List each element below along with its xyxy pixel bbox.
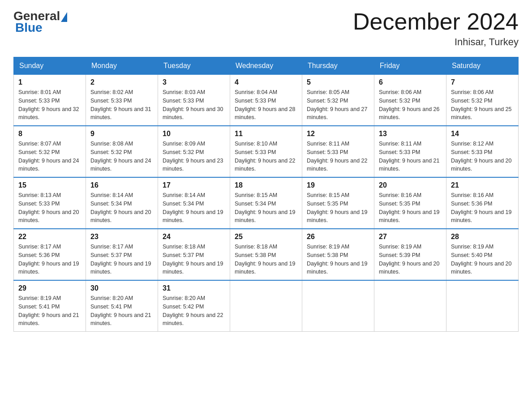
day-number-30: 30 [90,284,153,292]
day-number-20: 20 [379,181,442,189]
day-info-24: Sunrise: 8:18 AMSunset: 5:37 PMDaylight:… [163,243,225,276]
day-number-14: 14 [451,130,514,138]
day-number-29: 29 [18,284,81,292]
header-tuesday: Tuesday [158,57,230,75]
title-block: December 2024 Inhisar, Turkey [353,9,519,48]
day-cell-28: 28Sunrise: 8:19 AMSunset: 5:40 PMDayligh… [446,229,519,280]
day-cell-20: 20Sunrise: 8:16 AMSunset: 5:35 PMDayligh… [374,177,446,229]
day-cell-21: 21Sunrise: 8:16 AMSunset: 5:36 PMDayligh… [446,177,519,229]
header-friday: Friday [374,57,446,75]
day-info-10: Sunrise: 8:09 AMSunset: 5:32 PMDaylight:… [163,140,225,173]
day-info-19: Sunrise: 8:15 AMSunset: 5:35 PMDaylight:… [307,191,369,225]
day-cell-15: 15Sunrise: 8:13 AMSunset: 5:33 PMDayligh… [14,177,86,229]
calendar-table: SundayMondayTuesdayWednesdayThursdayFrid… [13,57,519,332]
day-number-10: 10 [163,130,225,138]
day-cell-3: 3Sunrise: 8:03 AMSunset: 5:33 PMDaylight… [158,75,230,126]
day-number-2: 2 [90,78,153,86]
day-number-28: 28 [451,233,514,241]
day-cell-1: 1Sunrise: 8:01 AMSunset: 5:33 PMDaylight… [14,75,86,126]
empty-cell [302,280,374,332]
day-info-9: Sunrise: 8:08 AMSunset: 5:32 PMDaylight:… [90,140,153,173]
day-info-21: Sunrise: 8:16 AMSunset: 5:36 PMDaylight:… [451,191,514,225]
location: Inhisar, Turkey [353,36,519,48]
day-cell-4: 4Sunrise: 8:04 AMSunset: 5:33 PMDaylight… [230,75,302,126]
day-info-26: Sunrise: 8:19 AMSunset: 5:38 PMDaylight:… [307,243,369,276]
day-cell-2: 2Sunrise: 8:02 AMSunset: 5:33 PMDaylight… [86,75,158,126]
logo: General Blue [13,9,68,35]
day-number-7: 7 [451,78,514,86]
day-info-7: Sunrise: 8:06 AMSunset: 5:32 PMDaylight:… [451,88,514,122]
header-sunday: Sunday [14,57,86,75]
day-info-25: Sunrise: 8:18 AMSunset: 5:38 PMDaylight:… [235,243,297,276]
day-info-14: Sunrise: 8:12 AMSunset: 5:33 PMDaylight:… [451,140,514,173]
day-info-12: Sunrise: 8:11 AMSunset: 5:33 PMDaylight:… [307,140,369,173]
day-cell-25: 25Sunrise: 8:18 AMSunset: 5:38 PMDayligh… [230,229,302,280]
day-cell-22: 22Sunrise: 8:17 AMSunset: 5:36 PMDayligh… [14,229,86,280]
day-info-5: Sunrise: 8:05 AMSunset: 5:32 PMDaylight:… [307,88,369,122]
day-number-8: 8 [18,130,81,138]
day-cell-5: 5Sunrise: 8:05 AMSunset: 5:32 PMDaylight… [302,75,374,126]
header-wednesday: Wednesday [230,57,302,75]
day-number-3: 3 [163,78,225,86]
day-number-25: 25 [235,233,297,241]
day-number-21: 21 [451,181,514,189]
day-number-6: 6 [379,78,442,86]
logo-triangle-icon [61,12,67,22]
calendar-week-1: 1Sunrise: 8:01 AMSunset: 5:33 PMDaylight… [14,75,519,126]
day-info-29: Sunrise: 8:19 AMSunset: 5:41 PMDaylight:… [18,294,81,328]
calendar-header-row: SundayMondayTuesdayWednesdayThursdayFrid… [14,57,519,75]
day-number-22: 22 [18,233,81,241]
month-title: December 2024 [353,9,519,34]
day-info-6: Sunrise: 8:06 AMSunset: 5:32 PMDaylight:… [379,88,442,122]
header-monday: Monday [86,57,158,75]
empty-cell [374,280,446,332]
day-info-31: Sunrise: 8:20 AMSunset: 5:42 PMDaylight:… [163,294,225,328]
day-cell-23: 23Sunrise: 8:17 AMSunset: 5:37 PMDayligh… [86,229,158,280]
day-cell-26: 26Sunrise: 8:19 AMSunset: 5:38 PMDayligh… [302,229,374,280]
day-cell-6: 6Sunrise: 8:06 AMSunset: 5:32 PMDaylight… [374,75,446,126]
day-cell-13: 13Sunrise: 8:11 AMSunset: 5:33 PMDayligh… [374,126,446,177]
day-cell-30: 30Sunrise: 8:20 AMSunset: 5:41 PMDayligh… [86,280,158,332]
day-cell-9: 9Sunrise: 8:08 AMSunset: 5:32 PMDaylight… [86,126,158,177]
page-header: General Blue December 2024 Inhisar, Turk… [13,9,519,48]
empty-cell [446,280,519,332]
day-info-23: Sunrise: 8:17 AMSunset: 5:37 PMDaylight:… [90,243,153,276]
day-info-3: Sunrise: 8:03 AMSunset: 5:33 PMDaylight:… [163,88,225,122]
day-cell-11: 11Sunrise: 8:10 AMSunset: 5:33 PMDayligh… [230,126,302,177]
logo-blue-text: Blue [15,21,43,35]
calendar-week-2: 8Sunrise: 8:07 AMSunset: 5:32 PMDaylight… [14,126,519,177]
day-cell-19: 19Sunrise: 8:15 AMSunset: 5:35 PMDayligh… [302,177,374,229]
day-cell-10: 10Sunrise: 8:09 AMSunset: 5:32 PMDayligh… [158,126,230,177]
day-number-12: 12 [307,130,369,138]
day-info-22: Sunrise: 8:17 AMSunset: 5:36 PMDaylight:… [18,243,81,276]
day-info-18: Sunrise: 8:15 AMSunset: 5:34 PMDaylight:… [235,191,297,225]
day-number-27: 27 [379,233,442,241]
day-info-8: Sunrise: 8:07 AMSunset: 5:32 PMDaylight:… [18,140,81,173]
day-info-2: Sunrise: 8:02 AMSunset: 5:33 PMDaylight:… [90,88,153,122]
day-info-16: Sunrise: 8:14 AMSunset: 5:34 PMDaylight:… [90,191,153,225]
day-number-19: 19 [307,181,369,189]
day-info-1: Sunrise: 8:01 AMSunset: 5:33 PMDaylight:… [18,88,81,122]
day-cell-14: 14Sunrise: 8:12 AMSunset: 5:33 PMDayligh… [446,126,519,177]
day-number-9: 9 [90,130,153,138]
day-number-26: 26 [307,233,369,241]
empty-cell [230,280,302,332]
day-info-4: Sunrise: 8:04 AMSunset: 5:33 PMDaylight:… [235,88,297,122]
day-number-18: 18 [235,181,297,189]
day-number-1: 1 [18,78,81,86]
day-cell-17: 17Sunrise: 8:14 AMSunset: 5:34 PMDayligh… [158,177,230,229]
day-number-13: 13 [379,130,442,138]
day-cell-18: 18Sunrise: 8:15 AMSunset: 5:34 PMDayligh… [230,177,302,229]
header-thursday: Thursday [302,57,374,75]
header-saturday: Saturday [446,57,519,75]
day-info-28: Sunrise: 8:19 AMSunset: 5:40 PMDaylight:… [451,243,514,276]
day-info-17: Sunrise: 8:14 AMSunset: 5:34 PMDaylight:… [163,191,225,225]
day-info-20: Sunrise: 8:16 AMSunset: 5:35 PMDaylight:… [379,191,442,225]
day-number-23: 23 [90,233,153,241]
day-number-16: 16 [90,181,153,189]
day-info-30: Sunrise: 8:20 AMSunset: 5:41 PMDaylight:… [90,294,153,328]
day-cell-27: 27Sunrise: 8:19 AMSunset: 5:39 PMDayligh… [374,229,446,280]
calendar-week-5: 29Sunrise: 8:19 AMSunset: 5:41 PMDayligh… [14,280,519,332]
day-cell-29: 29Sunrise: 8:19 AMSunset: 5:41 PMDayligh… [14,280,86,332]
calendar-week-3: 15Sunrise: 8:13 AMSunset: 5:33 PMDayligh… [14,177,519,229]
